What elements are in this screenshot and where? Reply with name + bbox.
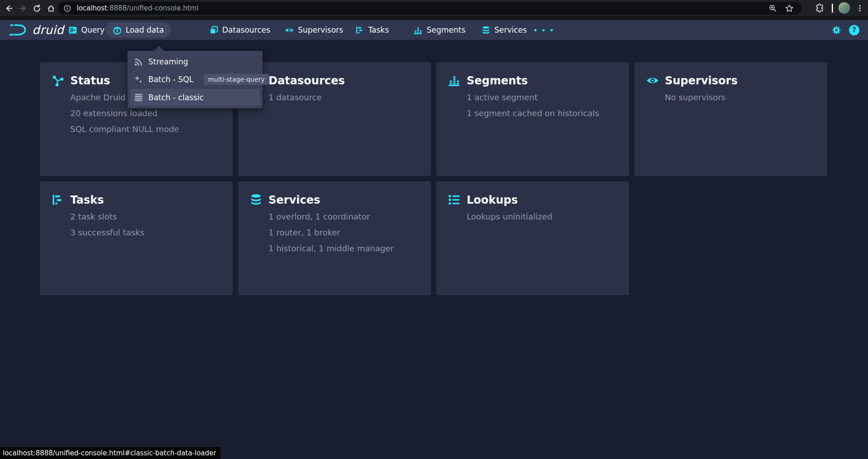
card-title: Lookups — [467, 192, 518, 208]
card-segments[interactable]: Segments 1 active segment 1 segment cach… — [436, 62, 629, 176]
browser-reload-icon[interactable] — [30, 2, 43, 15]
browser-menu-icon[interactable] — [853, 2, 866, 15]
card-line: 1 segment cached on historicals — [467, 105, 599, 121]
card-tasks[interactable]: Tasks 2 task slots 3 successful tasks — [40, 181, 233, 295]
datasources-icon — [210, 26, 218, 34]
extensions-icon[interactable] — [814, 2, 826, 15]
lookups-list-icon — [448, 194, 460, 206]
stacked-rows-icon — [134, 93, 143, 102]
settings-gear-icon[interactable] — [832, 20, 841, 40]
nav-item-tasks[interactable]: Tasks — [356, 20, 389, 40]
nav-item-query[interactable]: Query — [68, 20, 105, 40]
help-icon[interactable]: ? — [849, 20, 859, 40]
menu-item-streaming[interactable]: Streaming — [130, 54, 260, 70]
streaming-feed-icon — [134, 57, 143, 67]
segments-chart-icon — [414, 26, 423, 34]
nav-more-icon[interactable] — [533, 20, 554, 40]
status-graph-icon — [52, 74, 64, 87]
query-icon — [68, 26, 77, 34]
browser-forward-icon[interactable] — [16, 2, 29, 15]
nav-item-supervisors[interactable]: Supervisors — [285, 20, 343, 40]
toolbar-divider — [832, 4, 833, 13]
card-line: SQL compliant NULL mode — [70, 121, 179, 137]
load-data-menu: Streaming Batch - SQL multi-stage-query … — [127, 51, 263, 108]
navbar-divider — [166, 25, 166, 34]
card-lookups[interactable]: Lookups Lookups uninitialized — [436, 181, 629, 295]
sparkles-icon — [134, 75, 143, 84]
nav-item-load-data[interactable]: Load data — [106, 22, 171, 38]
browser-toolbar: localhost:8888/unified-console.html — [0, 0, 868, 16]
browser-home-icon[interactable] — [44, 2, 57, 15]
nav-item-datasources[interactable]: Datasources — [210, 20, 270, 40]
segments-chart-icon — [448, 74, 461, 87]
browser-back-icon[interactable] — [2, 2, 15, 15]
card-title: Segments — [467, 73, 528, 88]
card-line: 1 historical, 1 middle manager — [268, 240, 394, 256]
url-bar[interactable]: localhost:8888/unified-console.html — [58, 2, 801, 15]
card-line: 1 active segment — [467, 89, 599, 105]
url-text: localhost:8888/unified-console.html — [77, 4, 199, 12]
card-services[interactable]: Services 1 overlord, 1 coordinator 1 rou… — [238, 181, 431, 295]
menu-item-batch-classic[interactable]: Batch - classic — [130, 89, 260, 106]
card-line: 1 datasource — [268, 89, 322, 105]
services-database-icon — [482, 26, 490, 34]
card-line: Lookups uninitialized — [467, 209, 552, 225]
zoom-icon[interactable] — [769, 4, 777, 13]
druid-logo-icon — [8, 23, 28, 37]
card-title: Status — [70, 73, 110, 88]
navbar-divider — [58, 25, 58, 34]
profile-avatar[interactable] — [838, 2, 850, 14]
services-database-icon — [250, 194, 262, 206]
site-info-icon[interactable] — [63, 5, 71, 12]
card-title: Datasources — [268, 73, 345, 88]
card-title: Supervisors — [665, 73, 737, 88]
druid-brand-text: druid — [32, 23, 64, 37]
supervisors-eye-icon — [646, 74, 659, 87]
menu-caret — [154, 46, 164, 51]
nav-item-services[interactable]: Services — [482, 20, 527, 40]
window-divider — [0, 16, 868, 20]
card-title: Tasks — [70, 192, 104, 208]
nav-item-segments[interactable]: Segments — [414, 20, 465, 40]
card-line: 1 overlord, 1 coordinator — [268, 209, 394, 225]
card-title: Services — [268, 192, 320, 208]
card-line: 1 router, 1 broker — [268, 225, 394, 240]
card-line: 3 successful tasks — [70, 225, 144, 240]
multi-stage-query-tag: multi-stage-query — [204, 74, 268, 85]
load-data-icon — [113, 26, 122, 34]
druid-navbar: druid Query Load data Datasources Superv… — [0, 20, 868, 40]
card-line: 2 task slots — [70, 209, 144, 225]
menu-item-batch-sql[interactable]: Batch - SQL multi-stage-query — [130, 70, 260, 89]
card-supervisors[interactable]: Supervisors No supervisors — [634, 62, 827, 176]
bookmark-star-icon[interactable] — [785, 4, 794, 13]
tasks-gantt-icon — [52, 194, 64, 206]
tasks-gantt-icon — [356, 26, 364, 34]
card-line: No supervisors — [665, 89, 726, 105]
link-preview-status-bar: localhost:8888/unified-console.html#clas… — [0, 447, 220, 459]
druid-logo[interactable]: druid — [8, 20, 64, 40]
supervisors-eye-icon — [285, 26, 294, 34]
